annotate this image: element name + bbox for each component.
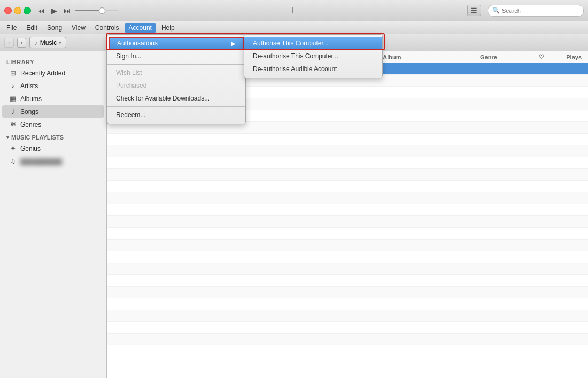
- sidebar-item-genius[interactable]: ✦ Genius: [2, 142, 104, 155]
- submenu-authorise-computer[interactable]: Authorise This Computer...: [244, 37, 382, 50]
- volume-slider[interactable]: [75, 10, 118, 11]
- source-chevron: ▾: [59, 40, 61, 45]
- artists-icon: ♪: [9, 82, 17, 90]
- table-row[interactable]: [107, 192, 588, 204]
- library-title: Library: [0, 56, 106, 66]
- search-box[interactable]: 🔍: [488, 5, 584, 17]
- back-button[interactable]: ‹: [4, 38, 14, 48]
- playlist-chevron: ▾: [6, 135, 9, 140]
- table-row[interactable]: [107, 145, 588, 157]
- play-button[interactable]: ▶: [49, 5, 59, 16]
- col-album: Album: [383, 54, 480, 60]
- menu-check-downloads[interactable]: Check for Available Downloads...: [107, 92, 245, 105]
- playlists-section[interactable]: ▾ Music Playlists: [0, 131, 106, 142]
- close-button[interactable]: [4, 7, 12, 14]
- sidebar-item-label: Genius: [20, 145, 41, 152]
- redeem-label: Redeem...: [116, 111, 145, 119]
- menu-account[interactable]: Account: [125, 23, 156, 33]
- table-row[interactable]: [107, 204, 588, 216]
- table-row[interactable]: [107, 275, 588, 287]
- main-layout: Library ⊞ Recently Added ♪ Artists ▦ Alb…: [0, 51, 588, 378]
- menu-file[interactable]: File: [2, 23, 21, 33]
- window-controls: [4, 7, 31, 14]
- sidebar: Library ⊞ Recently Added ♪ Artists ▦ Alb…: [0, 51, 107, 378]
- menu-separator: [107, 64, 245, 65]
- sidebar-item-playlist-1[interactable]: ♫ ██████████: [2, 155, 104, 167]
- sign-in-label: Sign In...: [116, 52, 141, 60]
- table-row[interactable]: [107, 228, 588, 240]
- transport-controls: ⏮ ▶ ⏭: [35, 5, 73, 16]
- search-icon: 🔍: [492, 7, 500, 14]
- sidebar-item-albums[interactable]: ▦ Albums: [2, 92, 104, 105]
- table-row[interactable]: [107, 134, 588, 145]
- apple-logo: : [292, 5, 296, 16]
- table-row[interactable]: [107, 322, 588, 334]
- submenu-deauthorise-audible[interactable]: De-authorise Audible Account: [244, 63, 382, 75]
- authorisations-submenu: Authorise This Computer... De-authorise …: [244, 34, 383, 78]
- col-heart: ♡: [533, 53, 550, 60]
- check-downloads-label: Check for Available Downloads...: [116, 95, 210, 102]
- genius-icon: ✦: [9, 144, 17, 152]
- menu-sign-in[interactable]: Sign In...: [107, 50, 245, 63]
- table-row[interactable]: [107, 157, 588, 169]
- minimize-button[interactable]: [14, 7, 21, 14]
- genres-icon: ≋: [9, 120, 17, 128]
- table-row[interactable]: [107, 240, 588, 251]
- sidebar-item-label: Albums: [20, 95, 42, 103]
- sidebar-item-recently-added[interactable]: ⊞ Recently Added: [2, 67, 104, 79]
- deauthorise-audible-label: De-authorise Audible Account: [253, 65, 337, 73]
- table-row[interactable]: [107, 181, 588, 192]
- purchased-label: Purchased: [116, 82, 146, 89]
- list-view-button[interactable]: ☰: [467, 5, 481, 16]
- menu-redeem[interactable]: Redeem...: [107, 109, 245, 121]
- menu-song[interactable]: Song: [43, 23, 66, 33]
- account-menu: Authorisations ▶ Sign In... Wish List Pu…: [107, 34, 246, 124]
- menu-authorisations[interactable]: Authorisations ▶: [109, 37, 244, 50]
- table-row[interactable]: [107, 310, 588, 322]
- sidebar-item-label: Recently Added: [20, 70, 65, 77]
- forward-button[interactable]: ›: [17, 38, 27, 48]
- table-row[interactable]: [107, 216, 588, 228]
- submenu-arrow: ▶: [231, 41, 236, 47]
- rewind-button[interactable]: ⏮: [35, 5, 47, 16]
- music-icon: ♪: [34, 38, 38, 47]
- authorisations-label: Authorisations: [117, 40, 158, 47]
- sidebar-item-songs[interactable]: ♩ Songs: [2, 105, 104, 118]
- sidebar-item-label: Genres: [20, 121, 41, 128]
- wish-list-label: Wish List: [116, 69, 142, 76]
- table-row[interactable]: [107, 287, 588, 298]
- maximize-button[interactable]: [24, 7, 31, 14]
- table-row[interactable]: [107, 298, 588, 310]
- menu-view[interactable]: View: [67, 23, 90, 33]
- search-input[interactable]: [502, 7, 579, 14]
- menu-wish-list: Wish List: [107, 66, 245, 79]
- sidebar-item-genres[interactable]: ≋ Genres: [2, 118, 104, 130]
- source-selector[interactable]: ♪ Music ▾: [29, 37, 66, 48]
- songs-icon: ♩: [9, 107, 17, 115]
- table-row[interactable]: [107, 345, 588, 357]
- table-row[interactable]: [107, 334, 588, 345]
- playlist-icon: ♫: [9, 157, 17, 165]
- col-plays: Plays: [550, 54, 582, 60]
- title-bar: ⏮ ▶ ⏭  ☰ 🔍: [0, 0, 588, 21]
- deauthorise-computer-label: De-authorise This Computer...: [253, 52, 338, 60]
- playlists-title: Music Playlists: [11, 134, 64, 141]
- menu-bar: File Edit Song View Controls Account Hel…: [0, 21, 588, 34]
- table-row[interactable]: [107, 169, 588, 181]
- menu-separator-2: [107, 106, 245, 107]
- albums-icon: ▦: [9, 95, 17, 103]
- menu-controls[interactable]: Controls: [91, 23, 123, 33]
- fastforward-button[interactable]: ⏭: [61, 5, 73, 16]
- menu-help[interactable]: Help: [157, 23, 179, 33]
- table-row[interactable]: [107, 251, 588, 263]
- sidebar-item-artists[interactable]: ♪ Artists: [2, 80, 104, 92]
- recently-added-icon: ⊞: [9, 69, 17, 77]
- col-genre: Genre: [480, 54, 533, 60]
- authorise-computer-label: Authorise This Computer...: [253, 40, 329, 47]
- menu-edit[interactable]: Edit: [22, 23, 42, 33]
- sidebar-item-label: ██████████: [20, 158, 62, 165]
- menu-purchased: Purchased: [107, 79, 245, 92]
- submenu-deauthorise-computer[interactable]: De-authorise This Computer...: [244, 50, 382, 63]
- table-row[interactable]: [107, 263, 588, 275]
- source-label: Music: [40, 39, 57, 47]
